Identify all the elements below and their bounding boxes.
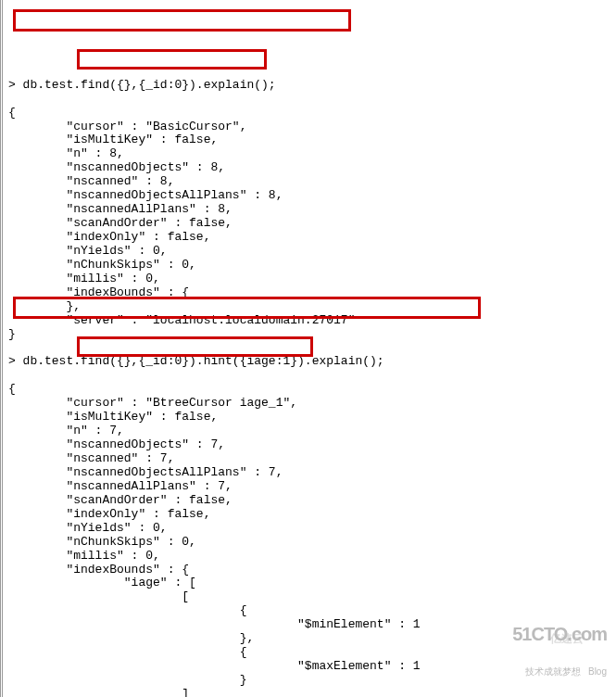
code-line: "nscannedObjects" : 7, — [8, 438, 616, 452]
code-line: { — [8, 383, 616, 397]
code-line: { — [8, 107, 616, 120]
command-line-2: > db.test.find({},{_id:0}).hint({iage:1}… — [8, 355, 616, 369]
code-line: ] — [8, 688, 616, 697]
output-1: { "cursor" : "BasicCursor", "isMultiKey"… — [8, 107, 616, 342]
code-line: "scanAndOrder" : false, — [8, 494, 616, 508]
code-line: "indexOnly" : false, — [8, 508, 616, 522]
code-line: "millis" : 0, — [8, 272, 616, 286]
highlight-box-cmd1 — [13, 9, 351, 32]
code-line: "cursor" : "BasicCursor", — [8, 120, 616, 134]
code-line: "nscanned" : 7, — [8, 452, 616, 466]
watermark-primary: 51CTO.com 技术成就梦想 Blog — [512, 602, 607, 688]
watermark-big: 51CTO.com — [512, 624, 607, 644]
code-line: "nscanned" : 8, — [8, 175, 616, 189]
code-line: "nYields" : 0, — [8, 522, 616, 536]
code-line: "n" : 8, — [8, 147, 616, 161]
code-line: }, — [8, 300, 616, 314]
code-line: "n" : 7, — [8, 425, 616, 438]
code-line: "nscannedObjects" : 8, — [8, 161, 616, 175]
code-line: "nscannedAllPlans" : 8, — [8, 203, 616, 217]
code-line: "nChunkSkips" : 0, — [8, 259, 616, 272]
code-line: "nscannedObjectsAllPlans" : 8, — [8, 189, 616, 203]
code-line: "indexBounds" : { — [8, 286, 616, 300]
code-line: "server" : "localhost.localdomain:27017" — [8, 314, 616, 328]
code-line: "nYields" : 0, — [8, 245, 616, 259]
code-line: "iage" : [ — [8, 577, 616, 590]
code-line: "nChunkSkips" : 0, — [8, 536, 616, 550]
watermark-sub: 技术成就梦想 Blog — [512, 666, 607, 677]
code-line: "indexOnly" : false, — [8, 231, 616, 245]
code-line: "nscannedAllPlans" : 7, — [8, 480, 616, 494]
command-line-1: > db.test.find({},{_id:0}).explain(); — [8, 79, 616, 93]
code-line: "indexBounds" : { — [8, 564, 616, 577]
code-line: "nscannedObjectsAllPlans" : 7, — [8, 466, 616, 480]
code-line: "millis" : 0, — [8, 550, 616, 564]
code-line: "cursor" : "BtreeCursor iage_1", — [8, 397, 616, 411]
code-line: "scanAndOrder" : false, — [8, 217, 616, 231]
code-line: "isMultiKey" : false, — [8, 133, 616, 147]
code-line: "isMultiKey" : false, — [8, 411, 616, 425]
code-line: } — [8, 328, 616, 342]
